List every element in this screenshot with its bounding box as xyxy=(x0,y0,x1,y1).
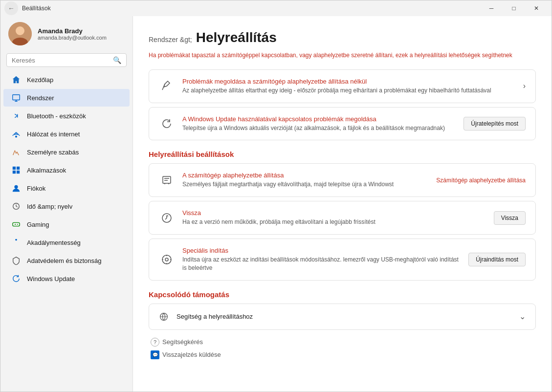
update-fix-icon xyxy=(159,116,175,131)
reset-pc-icon xyxy=(159,173,175,188)
sidebar-item-gaming[interactable]: Gaming xyxy=(3,216,130,233)
sidebar-item-apps[interactable]: Alkalmazások xyxy=(3,161,130,179)
user-section: Amanda Brady amanda.brady@outlook.com xyxy=(0,16,132,53)
restart-now-button[interactable]: Újraindítás most xyxy=(468,253,526,266)
special-start-icon xyxy=(159,252,175,267)
minimize-button[interactable]: ─ xyxy=(480,0,503,16)
reset-pc-card: A számítógép alaphelyzetbe állítása Szem… xyxy=(149,163,536,197)
gaming-icon xyxy=(11,219,21,229)
sidebar-nav: Kezdőlap Rendszer Bluetooth - eszközök xyxy=(0,71,132,287)
support-card: Segítség a helyreállításhoz ⌄ xyxy=(149,304,536,330)
go-back-desc: Ha ez a verzió nem működik, próbálja meg… xyxy=(182,218,486,226)
titlebar-left: ← Beállítások xyxy=(4,1,51,15)
user-info: Amanda Brady amanda.brady@outlook.com xyxy=(38,27,107,41)
sidebar-item-label: Gaming xyxy=(27,221,49,228)
window-title: Beállítások xyxy=(22,5,51,12)
get-help-link[interactable]: ? Segítségkérés xyxy=(151,338,536,347)
sidebar-item-label: Idő &amp; nyelv xyxy=(27,203,72,210)
reset-pc-button[interactable]: Számítógép alaphelyzetbe állítása xyxy=(436,177,526,184)
maximize-button[interactable]: □ xyxy=(503,0,525,16)
chevron-right-icon: › xyxy=(523,82,526,90)
main-content: Rendszer &gt; Helyreállítás Ha problémák… xyxy=(132,16,552,392)
svg-rect-6 xyxy=(17,167,20,170)
reinstall-now-action: Újratelepítés most xyxy=(464,117,526,131)
special-start-desc: Indítsa újra az eszközt az indítási beál… xyxy=(182,256,461,272)
fix-without-reset-text: Problémák megoldása a számítógép alaphel… xyxy=(182,78,515,95)
titlebar: ← Beállítások ─ □ ✕ xyxy=(0,0,552,16)
sidebar: Amanda Brady amanda.brady@outlook.com 🔍 … xyxy=(0,16,132,392)
sidebar-item-time[interactable]: Idő &amp; nyelv xyxy=(3,197,130,215)
avatar xyxy=(8,22,32,45)
section2-title: Helyreállítási beállítások xyxy=(149,150,536,158)
sidebar-item-system[interactable]: Rendszer xyxy=(3,89,130,107)
expand-icon: ⌄ xyxy=(519,312,526,321)
sidebar-item-network[interactable]: Hálózat és internet xyxy=(3,125,130,143)
fix-without-reset-card: Problémák megoldása a számítógép alaphel… xyxy=(149,69,536,103)
close-button[interactable]: ✕ xyxy=(525,0,548,16)
svg-point-12 xyxy=(15,239,17,241)
help-links: ? Segítségkérés 💬 Visszajelzés küldése xyxy=(149,338,536,359)
sidebar-item-label: Rendszer xyxy=(27,94,54,102)
windows-update-fix-card: A Windows Update használatával kapcsolat… xyxy=(149,107,536,141)
special-start-card: Speciális indítás Indítsa újra az eszköz… xyxy=(149,239,536,281)
go-back-card: Vissza Ha ez a verzió nem működik, próbá… xyxy=(149,201,536,235)
question-icon: ? xyxy=(151,338,159,347)
search-icon: 🔍 xyxy=(113,56,121,64)
svg-rect-5 xyxy=(13,167,16,170)
section3-title: Kapcsolódó támogatás xyxy=(149,290,536,299)
feedback-link[interactable]: 💬 Visszajelzés küldése xyxy=(151,350,536,359)
fix-without-reset-action[interactable]: › xyxy=(523,82,526,90)
sidebar-item-update[interactable]: Windows Update xyxy=(3,270,130,287)
go-back-button[interactable]: Vissza xyxy=(494,211,526,225)
special-start-action: Újraindítás most xyxy=(468,253,526,266)
home-icon xyxy=(11,75,21,85)
breadcrumb: Rendszer &gt; xyxy=(149,36,192,44)
time-icon xyxy=(11,201,21,211)
sidebar-item-label: Windows Update xyxy=(27,275,75,283)
sidebar-item-label: Fiókok xyxy=(27,185,45,192)
special-start-text: Speciális indítás Indítsa újra az eszköz… xyxy=(182,247,461,272)
back-button[interactable]: ← xyxy=(4,1,18,15)
go-back-icon xyxy=(159,210,175,226)
reset-pc-desc: Személyes fájljait megtarthatja vagy elt… xyxy=(182,180,428,189)
svg-rect-7 xyxy=(13,171,16,174)
svg-rect-8 xyxy=(17,171,20,174)
reset-pc-action: Számítógép alaphelyzetbe állítása xyxy=(436,176,526,184)
sidebar-item-home[interactable]: Kezdőlap xyxy=(3,71,130,88)
sidebar-item-privacy[interactable]: Adatvédelem és biztonság xyxy=(3,252,130,269)
reset-pc-title: A számítógép alaphelyzetbe állítása xyxy=(182,172,428,179)
special-start-title: Speciális indítás xyxy=(182,247,461,254)
sidebar-item-label: Kezdőlap xyxy=(27,76,53,84)
svg-point-9 xyxy=(14,185,18,189)
fix-without-reset-title: Problémák megoldása a számítógép alaphel… xyxy=(182,78,515,85)
titlebar-controls: ─ □ ✕ xyxy=(480,0,548,16)
svg-point-16 xyxy=(165,258,168,261)
page-title: Helyreállítás xyxy=(196,30,277,45)
content-area: Amanda Brady amanda.brady@outlook.com 🔍 … xyxy=(0,16,552,392)
svg-point-1 xyxy=(16,26,24,35)
privacy-icon xyxy=(11,256,21,265)
sidebar-item-personalize[interactable]: Személyre szabás xyxy=(3,143,130,161)
sidebar-item-label: Akadálymentesség xyxy=(27,239,81,246)
svg-rect-3 xyxy=(13,95,20,100)
sidebar-item-label: Alkalmazások xyxy=(27,167,66,174)
get-help-label: Segítségkérés xyxy=(162,338,203,346)
sidebar-item-label: Adatvédelem és biztonság xyxy=(27,257,101,264)
bluetooth-icon xyxy=(11,111,21,121)
sidebar-item-accessibility[interactable]: Akadálymentesség xyxy=(3,234,130,251)
fix-without-reset-desc: Az alaphelyzetbe állítás eltarthat egy i… xyxy=(182,87,515,95)
user-name: Amanda Brady xyxy=(38,27,107,35)
help-recovery-title: Segítség a helyreállításhoz xyxy=(177,313,511,320)
search-box[interactable]: 🔍 xyxy=(6,53,127,67)
help-recovery-header[interactable]: Segítség a helyreállításhoz ⌄ xyxy=(149,304,535,329)
reinstall-now-button[interactable]: Újratelepítés most xyxy=(464,117,526,131)
user-email: amanda.brady@outlook.com xyxy=(38,35,107,41)
sidebar-item-label: Személyre szabás xyxy=(27,149,79,156)
go-back-title: Vissza xyxy=(182,209,486,217)
sidebar-item-accounts[interactable]: Fiókok xyxy=(3,179,130,197)
svg-rect-13 xyxy=(163,176,171,183)
search-input[interactable] xyxy=(12,57,110,64)
go-back-text: Vissza Ha ez a verzió nem működik, próbá… xyxy=(182,209,486,226)
page-subtitle: Ha problémákat tapasztal a számítógéppel… xyxy=(149,51,536,60)
sidebar-item-bluetooth[interactable]: Bluetooth - eszközök xyxy=(3,107,130,125)
